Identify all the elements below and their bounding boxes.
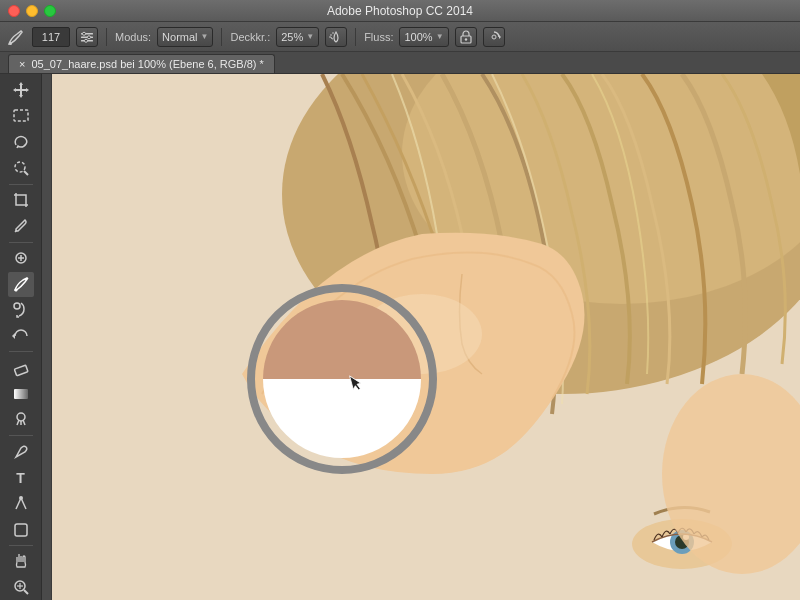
ruler-left (42, 74, 52, 600)
tool-clone[interactable] (8, 298, 34, 323)
tool-path-select[interactable] (8, 491, 34, 516)
svg-marker-12 (499, 35, 501, 39)
tool-text[interactable]: T (8, 465, 34, 490)
opacity-dropdown-arrow: ▼ (306, 32, 314, 41)
tool-gradient[interactable] (8, 381, 34, 406)
svg-point-19 (14, 289, 17, 292)
window-controls[interactable] (8, 5, 56, 17)
airbrush-button[interactable] (325, 27, 347, 47)
flow-value: 100% (404, 31, 432, 43)
svg-point-9 (329, 36, 331, 38)
tool-brush[interactable] (8, 272, 34, 297)
tool-separator-5 (9, 545, 33, 546)
toolbar: T (0, 74, 42, 600)
document-tab[interactable]: × 05_07_haare.psd bei 100% (Ebene 6, RGB… (8, 54, 275, 73)
svg-point-4 (83, 32, 86, 35)
svg-rect-23 (14, 389, 28, 399)
title-bar: Adobe Photoshop CC 2014 (0, 0, 800, 22)
svg-point-7 (330, 34, 332, 36)
main-layout: T (0, 74, 800, 600)
tool-separator-2 (9, 242, 33, 243)
tool-lasso[interactable] (8, 130, 34, 155)
tool-move[interactable] (8, 78, 34, 103)
options-bar: Modus: Normal ▼ Deckkr.: 25% ▼ Fluss: 10… (0, 22, 800, 52)
opacity-dropdown[interactable]: 25% ▼ (276, 27, 319, 47)
svg-point-15 (15, 162, 25, 172)
tool-eyedropper[interactable] (8, 214, 34, 239)
svg-rect-26 (15, 524, 27, 536)
svg-point-8 (332, 32, 334, 34)
alpha-lock-button[interactable] (455, 27, 477, 47)
tool-separator-4 (9, 435, 33, 436)
text-tool-icon: T (16, 470, 25, 486)
svg-point-5 (88, 35, 91, 38)
separator-3 (355, 28, 356, 46)
tab-label: 05_07_haare.psd bei 100% (Ebene 6, RGB/8… (31, 58, 263, 70)
tool-crop[interactable] (8, 188, 34, 213)
tab-bar: × 05_07_haare.psd bei 100% (Ebene 6, RGB… (0, 52, 800, 74)
svg-rect-22 (14, 365, 28, 376)
tool-marquee[interactable] (8, 104, 34, 129)
flow-dropdown-arrow: ▼ (436, 32, 444, 41)
svg-point-24 (17, 413, 25, 421)
svg-point-11 (464, 38, 466, 40)
tool-history-brush[interactable] (8, 323, 34, 348)
tab-close[interactable]: × (19, 58, 25, 70)
brush-settings-button[interactable] (76, 27, 98, 47)
tool-eraser[interactable] (8, 355, 34, 380)
svg-point-0 (9, 42, 12, 45)
brush-options-icon (6, 27, 26, 47)
app-title: Adobe Photoshop CC 2014 (327, 4, 473, 18)
tool-separator-1 (9, 184, 33, 185)
photo-canvas (42, 74, 800, 600)
separator-2 (221, 28, 222, 46)
close-button[interactable] (8, 5, 20, 17)
svg-point-39 (362, 294, 482, 374)
canvas-area[interactable] (42, 74, 800, 600)
tool-healing[interactable] (8, 246, 34, 271)
tool-quick-select[interactable] (8, 156, 34, 181)
svg-line-28 (24, 590, 28, 594)
maximize-button[interactable] (44, 5, 56, 17)
tool-shape[interactable] (8, 517, 34, 542)
svg-point-25 (19, 496, 23, 500)
svg-marker-21 (12, 333, 15, 339)
tool-zoom[interactable] (8, 575, 34, 600)
mode-dropdown[interactable]: Normal ▼ (157, 27, 213, 47)
svg-point-6 (85, 39, 88, 42)
tool-dodge[interactable] (8, 407, 34, 432)
separator-1 (106, 28, 107, 46)
opacity-label: Deckkr.: (230, 31, 270, 43)
brush-size-input[interactable] (32, 27, 70, 47)
flow-dropdown[interactable]: 100% ▼ (399, 27, 448, 47)
mode-value: Normal (162, 31, 197, 43)
flow-label: Fluss: (364, 31, 393, 43)
minimize-button[interactable] (26, 5, 38, 17)
tool-hand[interactable] (8, 549, 34, 574)
mode-dropdown-arrow: ▼ (201, 32, 209, 41)
svg-rect-14 (14, 110, 28, 121)
mode-label: Modus: (115, 31, 151, 43)
tool-pen[interactable] (8, 439, 34, 464)
svg-point-20 (14, 303, 20, 309)
opacity-value: 25% (281, 31, 303, 43)
svg-point-13 (492, 35, 496, 39)
brush-angle-button[interactable] (483, 27, 505, 47)
tool-separator-3 (9, 351, 33, 352)
